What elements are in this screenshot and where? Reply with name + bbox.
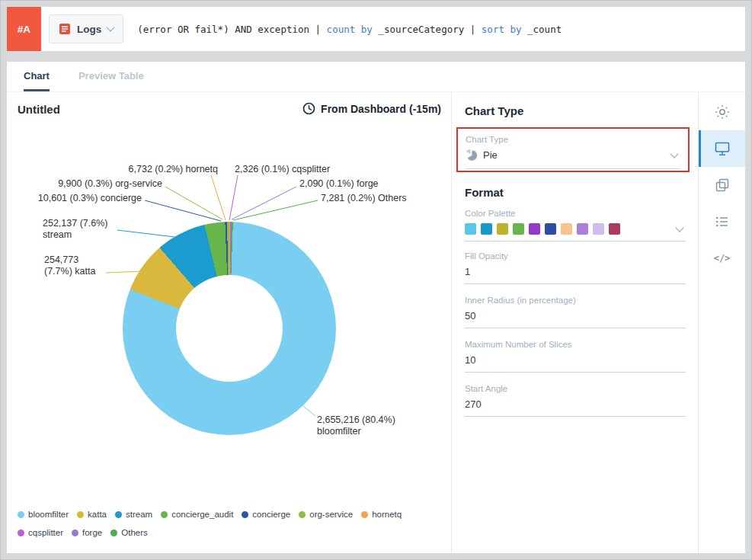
fill-opacity-input[interactable]: 1 — [465, 266, 686, 277]
query-segment: _sourceCategory | — [373, 24, 482, 35]
legend-swatch — [77, 511, 84, 518]
callout-concierge: 10,601 (0.3%) concierge — [38, 193, 142, 204]
callout-cqsplitter: 2,326 (0.1%) cqsplitter — [235, 164, 330, 175]
panel-badge: #A — [7, 7, 41, 51]
legend-item-concierge[interactable]: concierge — [242, 510, 290, 519]
leader-line-org-service — [165, 187, 222, 219]
chart-type-field: Chart Type Pie — [466, 135, 680, 169]
legend-swatch — [242, 511, 248, 518]
tab-preview-table[interactable]: Preview Table — [78, 62, 144, 91]
pie-chart-icon — [466, 149, 477, 161]
color-palette-field: Color Palette — [465, 209, 686, 242]
legend-item-concierge-audit[interactable]: concierge_audit — [161, 510, 233, 519]
display-settings-button[interactable] — [699, 130, 745, 167]
palette-swatch — [513, 223, 524, 235]
panel-editor-body: Chart Preview Table Untitled From Dashbo… — [6, 61, 746, 554]
format-section-heading: Format — [465, 186, 686, 199]
leader-line-concierge — [145, 200, 221, 221]
legend-item-katta[interactable]: katta — [77, 510, 107, 519]
code-view-button[interactable]: </> — [699, 240, 745, 277]
tab-bar: Chart Preview Table — [7, 62, 745, 92]
legend-swatch — [72, 530, 78, 536]
chart-type-dropdown[interactable]: Pie — [466, 149, 680, 161]
legend-item-org-service[interactable]: org-service — [299, 510, 353, 519]
chevron-down-icon — [670, 149, 678, 158]
chart-type-value: Pie — [483, 149, 498, 161]
logs-icon — [59, 23, 71, 35]
leader-line-others — [233, 200, 318, 220]
leader-line-stream — [117, 230, 174, 237]
legend-swatch — [18, 511, 24, 518]
palette-swatch — [545, 223, 556, 235]
chevron-down-icon — [675, 223, 683, 232]
callout-stream: 252,137 (7.6%)stream — [43, 218, 107, 241]
chart-type-section-heading: Chart Type — [465, 104, 686, 117]
palette-swatch — [497, 223, 508, 235]
palette-swatch — [465, 223, 476, 235]
query-operator: sort by — [482, 24, 522, 35]
callout-katta: 254,773(7.7%) katta — [44, 254, 95, 277]
inner-radius-input[interactable]: 50 — [465, 310, 686, 322]
leader-line-hornetq — [211, 175, 226, 220]
query-segment: _count — [522, 24, 562, 35]
legend-item-stream[interactable]: stream — [115, 510, 152, 519]
leader-line-katta — [106, 271, 142, 273]
callout-bloomfilter: 2,655,216 (80.4%)bloomfilter — [317, 414, 395, 437]
color-palette-label: Color Palette — [465, 209, 686, 218]
time-range-label: From Dashboard (-15m) — [321, 103, 441, 115]
palette-swatch — [529, 223, 540, 235]
source-type-label: Logs — [77, 24, 101, 35]
leader-line-cqsplitter — [229, 175, 238, 220]
general-settings-button[interactable] — [699, 94, 745, 130]
fill-opacity-field: Fill Opacity 1 — [465, 251, 686, 284]
legend-item-hornetq[interactable]: hornetq — [361, 510, 402, 519]
legend-swatch — [115, 511, 122, 518]
callout-forge: 2,090 (0.1%) forge — [299, 178, 379, 190]
display-icon — [715, 142, 730, 156]
query-operator: count by — [327, 24, 373, 35]
code-icon: </> — [714, 253, 731, 264]
palette-swatch — [577, 223, 588, 235]
legend-item-cqsplitter[interactable]: cqsplitter — [18, 528, 63, 537]
legend-swatch — [361, 511, 368, 518]
legend-swatch — [18, 530, 24, 536]
legend-item-others[interactable]: Others — [110, 528, 148, 537]
legend-swatch — [299, 511, 306, 518]
color-palette-dropdown[interactable] — [465, 223, 686, 235]
query-segment: (error OR fail*) AND exception | — [137, 24, 326, 35]
chart-legend: bloomfilter katta stream concierge_audit… — [18, 510, 451, 537]
callout-hornetq: 6,732 (0.2%) hornetq — [129, 164, 218, 175]
legend-settings-button[interactable] — [699, 203, 745, 240]
callout-others: 7,281 (0.2%) Others — [321, 193, 407, 204]
chart-type-highlight-box: Chart Type Pie — [456, 127, 690, 172]
max-slices-field: Maximum Number of Slices 10 — [465, 340, 686, 373]
legend-swatch — [110, 530, 117, 536]
start-angle-input[interactable]: 270 — [465, 398, 686, 410]
max-slices-input[interactable]: 10 — [465, 354, 686, 366]
palette-swatch — [609, 223, 620, 235]
source-type-dropdown[interactable]: Logs — [49, 14, 123, 43]
editor-content: Untitled From Dashboard (-15m) — [7, 92, 745, 553]
query-input[interactable]: (error OR fail*) AND exception | count b… — [137, 24, 745, 35]
leader-line-forge — [232, 187, 296, 219]
panel-editor-window: #A Logs (error OR fail*) AND exception |… — [0, 0, 752, 560]
chart-type-field-label: Chart Type — [466, 135, 680, 144]
legend-item-forge[interactable]: forge — [72, 528, 102, 537]
start-angle-field: Start Angle 270 — [465, 384, 686, 417]
query-topbar: #A Logs (error OR fail*) AND exception |… — [6, 6, 746, 52]
settings-nav: </> — [699, 92, 745, 553]
chart-settings-panel: Chart Type Chart Type Pie Format — [452, 92, 699, 553]
palette-swatch — [593, 223, 604, 235]
duplicate-panel-button[interactable] — [699, 167, 745, 203]
tab-chart[interactable]: Chart — [24, 62, 50, 91]
time-range-control[interactable]: From Dashboard (-15m) — [302, 102, 441, 115]
clock-icon — [302, 102, 315, 115]
legend-swatch — [161, 511, 168, 518]
legend-item-bloomfilter[interactable]: bloomfilter — [18, 510, 69, 519]
gear-icon — [715, 104, 730, 120]
palette-swatch — [481, 223, 492, 235]
callout-org-service: 9,900 (0.3%) org-service — [58, 178, 162, 190]
inner-radius-field: Inner Radius (in percentage) 50 — [465, 296, 686, 328]
donut-chart[interactable] — [123, 222, 336, 435]
chart-panel: Untitled From Dashboard (-15m) — [7, 92, 452, 553]
